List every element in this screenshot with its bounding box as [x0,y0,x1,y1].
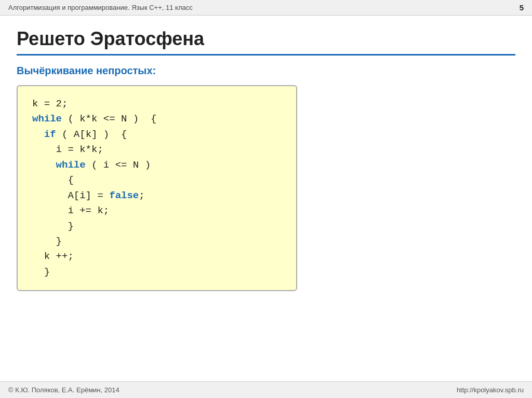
subtitle: Вычёркивание непростых: [17,65,515,77]
code-text: ; [139,190,144,201]
footer-left: © К.Ю. Поляков, Е.А. Ерёмин, 2014 [8,386,119,394]
footer-right: http://kpolyakov.spb.ru [457,386,524,394]
code-text: } [32,221,74,232]
code-text: ( k*k <= N ) { [62,113,156,125]
code-text: ( A[k] ) { [56,129,127,140]
code-text: k = 2; [32,98,68,109]
code-line-5: while ( i <= N ) [32,158,282,173]
header: Алгоритмизация и программирование. Язык … [0,0,532,16]
code-text: i = k*k; [32,144,103,155]
footer: © К.Ю. Поляков, Е.А. Ерёмин, 2014 http:/… [0,381,532,398]
code-line-9: } [32,219,282,234]
slide-title: Решето Эратосфена [17,28,515,50]
code-line-12: } [32,265,282,280]
main-content: Решето Эратосфена Вычёркивание непростых… [0,16,532,299]
code-text: A[i] = [32,190,109,201]
keyword-while-1: while [32,113,62,125]
code-line-10: } [32,234,282,249]
keyword-if: if [44,129,56,140]
code-block: k = 2; while ( k*k <= N ) { if ( A[k] ) … [17,85,297,291]
code-text: ( i <= N ) [86,159,151,171]
code-text: } [32,266,50,278]
code-line-2: while ( k*k <= N ) { [32,112,282,127]
code-text [32,129,44,140]
code-line-11: k ++; [32,249,282,264]
code-line-4: i = k*k; [32,142,282,157]
code-text: i += k; [32,205,109,216]
code-line-7: A[i] = false; [32,188,282,203]
title-underline [17,54,515,56]
code-line-8: i += k; [32,203,282,218]
code-line-3: if ( A[k] ) { [32,127,282,142]
code-line-1: k = 2; [32,97,282,112]
code-line-6: { [32,173,282,188]
code-text [32,159,56,171]
keyword-while-2: while [56,159,86,171]
code-text: k ++; [32,251,74,262]
header-title: Алгоритмизация и программирование. Язык … [8,4,193,11]
keyword-false: false [109,190,139,201]
code-text: } [32,236,62,247]
code-text: { [32,174,74,186]
slide-container: Алгоритмизация и программирование. Язык … [0,0,532,398]
header-page: 5 [520,3,524,12]
